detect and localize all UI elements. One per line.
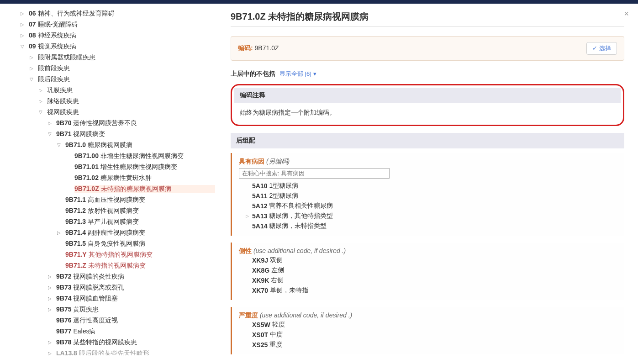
tree-toggle-icon[interactable]: ▷	[30, 66, 36, 71]
tree-label[interactable]: 9B71.Z未特指的视网膜病变	[65, 262, 215, 270]
tree-item[interactable]: ▷07睡眠-觉醒障碍	[21, 19, 215, 30]
tree-toggle-icon[interactable]: ▽	[39, 110, 45, 115]
tree-label[interactable]: 9B71.Y其他特指的视网膜病变	[65, 251, 215, 259]
tree-item[interactable]: ▽9B71视网膜病变	[21, 129, 215, 140]
tree-item[interactable]: ▷LA13.8眼后段的某些先天性畸形	[21, 348, 215, 355]
tree-label[interactable]: 9B72视网膜的炎性疾病	[56, 273, 215, 281]
tree-toggle-icon[interactable]: ▽	[21, 44, 27, 49]
tree-toggle-icon[interactable]: ▷	[30, 55, 36, 60]
tree-label[interactable]: 07睡眠-觉醒障碍	[29, 21, 215, 29]
tree-item[interactable]: 9B71.Z未特指的视网膜病变	[21, 260, 215, 271]
close-button[interactable]: ×	[624, 9, 629, 19]
show-all-link[interactable]: 显示全部 [6] ▾	[279, 70, 316, 77]
tree-toggle-icon[interactable]: ▷	[48, 274, 54, 279]
tree-label[interactable]: 脉络膜疾患	[47, 97, 215, 106]
tree-toggle-icon[interactable]: ▷	[39, 88, 45, 93]
tree-item[interactable]: ▷脉络膜疾患	[21, 96, 215, 107]
tree-label[interactable]: 9B71.4副肿瘤性视网膜病变	[65, 229, 215, 237]
tree-label[interactable]: 9B70遗传性视网膜营养不良	[56, 119, 215, 127]
tree-item[interactable]: ▷9B73视网膜脱离或裂孔	[21, 282, 215, 293]
tree-label[interactable]: 9B74视网膜血管阻塞	[56, 295, 215, 303]
tree-item[interactable]: ▽眼后段疾患	[21, 74, 215, 85]
tree-item[interactable]: ▷9B72视网膜的炎性疾病	[21, 271, 215, 282]
tree-label[interactable]: 9B75黄斑疾患	[56, 306, 215, 314]
tree-item[interactable]: ▷06精神、行为或神经发育障碍	[21, 8, 215, 19]
tree-toggle-icon[interactable]: ▷	[48, 285, 54, 290]
tree-label[interactable]: 9B71.02糖尿病性黄斑水肿	[74, 174, 215, 182]
tree-label[interactable]: LA13.8眼后段的某些先天性畸形	[56, 349, 215, 355]
tree-item[interactable]: 9B71.5自身免疫性视网膜病	[21, 238, 215, 249]
code-list-item[interactable]: ▷5A13糖尿病，其他特指类型	[246, 211, 617, 221]
tree-label[interactable]: 9B78某些特指的视网膜疾患	[56, 338, 215, 347]
tree-label[interactable]: 09视觉系统疾病	[29, 42, 215, 51]
tree-toggle-icon[interactable]: ▽	[30, 77, 36, 82]
tree-label[interactable]: 9B77Eales病	[56, 327, 215, 336]
tree-item[interactable]: ▽09视觉系统疾病	[21, 41, 215, 52]
code-list-item[interactable]: 5A14糖尿病，未特指类型	[246, 221, 617, 231]
tree-label[interactable]: 视网膜疾患	[47, 108, 215, 116]
tree-label[interactable]: 9B76退行性高度近视	[56, 317, 215, 325]
tree-item[interactable]: 9B71.2放射性视网膜病变	[21, 206, 215, 216]
tree-item[interactable]: 9B71.02糖尿病性黄斑水肿	[21, 173, 215, 184]
tree-label[interactable]: 巩膜疾患	[47, 86, 215, 95]
code-list-item[interactable]: XS25重度	[246, 340, 617, 350]
code-list-item[interactable]: 5A112型糖尿病	[246, 191, 617, 201]
tree-item[interactable]: ▽视网膜疾患	[21, 107, 215, 118]
tree-label[interactable]: 眼前段疾患	[38, 64, 215, 73]
tree-item[interactable]: ▷眼前段疾患	[21, 63, 215, 74]
tree-toggle-icon[interactable]: ▷	[48, 296, 54, 301]
tree-item[interactable]: ▷巩膜疾患	[21, 85, 215, 96]
tree-label[interactable]: 9B71.0糖尿病视网膜病	[65, 141, 215, 149]
tree-item[interactable]: 9B71.00非增生性糖尿病性视网膜病变	[21, 151, 215, 162]
code-list-item[interactable]: XK9K右侧	[246, 275, 617, 285]
tree-label[interactable]: 9B71视网膜病变	[56, 130, 215, 138]
code-list-item[interactable]: XS0T中度	[246, 330, 617, 340]
axis-search-input[interactable]	[239, 168, 390, 179]
tree-label[interactable]: 9B73视网膜脱离或裂孔	[56, 284, 215, 292]
tree-toggle-icon[interactable]: ▷	[48, 307, 54, 312]
tree-item[interactable]: ▷9B71.4副肿瘤性视网膜病变	[21, 227, 215, 238]
tree-label[interactable]: 眼后段疾患	[38, 75, 215, 84]
tree-label[interactable]: 9B71.01增生性糖尿病性视网膜病变	[74, 163, 215, 171]
code-list-item[interactable]: XK8G左侧	[246, 265, 617, 275]
code-list-item[interactable]: XS5W轻度	[246, 320, 617, 330]
tree-label[interactable]: 9B71.0Z未特指的糖尿病视网膜病	[74, 185, 215, 193]
tree-item[interactable]: ▽9B71.0糖尿病视网膜病	[21, 140, 215, 151]
tree-toggle-icon[interactable]: ▽	[57, 142, 63, 148]
tree-label[interactable]: 06精神、行为或神经发育障碍	[29, 10, 215, 18]
code-list-item[interactable]: 5A101型糖尿病	[246, 181, 617, 191]
code-list-item[interactable]: 5A12营养不良相关性糖尿病	[246, 201, 617, 211]
tree-label[interactable]: 9B71.3早产儿视网膜病变	[65, 218, 215, 226]
tree-item[interactable]: 9B71.0Z未特指的糖尿病视网膜病	[21, 184, 215, 195]
tree-sidebar[interactable]: ▷06精神、行为或神经发育障碍▷07睡眠-觉醒障碍▷08神经系统疾病▽09视觉系…	[0, 4, 219, 355]
tree-item[interactable]: 9B71.Y其他特指的视网膜病变	[21, 249, 215, 260]
tree-item[interactable]: 9B76退行性高度近视	[21, 315, 215, 326]
tree-label[interactable]: 9B71.2放射性视网膜病变	[65, 207, 215, 215]
tree-item[interactable]: ▷9B74视网膜血管阻塞	[21, 293, 215, 304]
tree-item[interactable]: ▷9B78某些特指的视网膜疾患	[21, 337, 215, 348]
tree-toggle-icon[interactable]: ▷	[21, 22, 27, 27]
tree-label[interactable]: 9B71.00非增生性糖尿病性视网膜病变	[74, 152, 215, 160]
tree-item[interactable]: ▷08神经系统疾病	[21, 30, 215, 41]
code-list-item[interactable]: XK9J双侧	[246, 255, 617, 265]
tree-item[interactable]: 9B71.1高血压性视网膜病变	[21, 195, 215, 206]
tree-item[interactable]: 9B77Eales病	[21, 326, 215, 337]
select-button[interactable]: ✓ 选择	[586, 42, 617, 55]
tree-toggle-icon[interactable]: ▷	[57, 230, 63, 235]
tree-item[interactable]: ▷眼附属器或眼眶疾患	[21, 52, 215, 63]
code-list-item[interactable]: XK70单侧，未特指	[246, 285, 617, 295]
tree-toggle-icon[interactable]: ▷	[21, 11, 27, 16]
tree-toggle-icon[interactable]: ▷	[48, 340, 54, 345]
tree-label[interactable]: 9B71.5自身免疫性视网膜病	[65, 240, 215, 248]
tree-toggle-icon[interactable]: ▷	[21, 33, 27, 38]
tree-item[interactable]: ▷9B70遗传性视网膜营养不良	[21, 118, 215, 129]
tree-label[interactable]: 08神经系统疾病	[29, 32, 215, 40]
tree-toggle-icon[interactable]: ▷	[48, 351, 54, 355]
tree-toggle-icon[interactable]: ▷	[39, 99, 45, 104]
tree-item[interactable]: 9B71.3早产儿视网膜病变	[21, 216, 215, 227]
tree-item[interactable]: 9B71.01增生性糖尿病性视网膜病变	[21, 162, 215, 173]
tree-toggle-icon[interactable]: ▽	[48, 132, 54, 137]
tree-item[interactable]: ▷9B75黄斑疾患	[21, 304, 215, 315]
tree-toggle-icon[interactable]: ▷	[48, 121, 54, 126]
tree-label[interactable]: 眼附属器或眼眶疾患	[38, 53, 215, 62]
